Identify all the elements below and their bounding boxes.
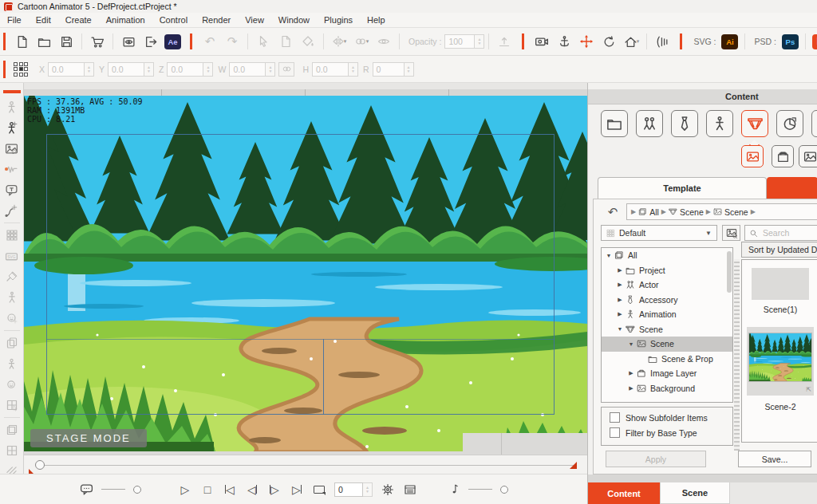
animation-library-button[interactable] — [706, 110, 733, 137]
r-field[interactable]: 0 — [373, 62, 405, 77]
export-button[interactable] — [141, 32, 160, 51]
image-to-video-icon[interactable] — [3, 138, 21, 159]
flipbook-button[interactable] — [653, 32, 672, 51]
timeline-handle[interactable] — [35, 460, 45, 470]
w-field[interactable]: 0.0 — [229, 62, 266, 77]
mocap-actor-icon[interactable] — [3, 287, 21, 308]
volume-slider-track[interactable] — [468, 489, 492, 490]
tree-item-animation[interactable]: ▶Animation — [602, 307, 732, 322]
visibility-button[interactable] — [374, 32, 393, 51]
expand-arrow-icon[interactable]: ▶ — [627, 370, 635, 376]
opacity-field[interactable]: 100 — [444, 34, 475, 49]
pivot-grid-icon[interactable] — [14, 62, 28, 77]
frame-input[interactable] — [334, 482, 363, 497]
content-store-button[interactable] — [88, 32, 107, 51]
face-puppet-icon[interactable] — [3, 374, 21, 395]
volume-slider-handle[interactable] — [500, 486, 508, 494]
menu-edit[interactable]: Edit — [29, 15, 58, 25]
paint-bucket-button[interactable] — [298, 32, 318, 51]
accessory-library-button[interactable] — [671, 110, 698, 137]
caption-slider-handle[interactable] — [133, 486, 141, 494]
expand-arrow-icon[interactable]: ▶ — [616, 297, 624, 303]
next-frame-button[interactable]: ▷ — [267, 481, 282, 498]
anchor-button[interactable] — [555, 32, 574, 51]
gavel-tool-icon[interactable] — [3, 266, 21, 287]
caption-slider-track[interactable] — [101, 489, 125, 490]
menu-render[interactable]: Render — [195, 15, 238, 25]
camera-button[interactable] — [532, 32, 551, 51]
svg-tool-icon[interactable] — [3, 246, 21, 266]
stop-button[interactable]: □ — [200, 481, 215, 498]
select-tool-button[interactable] — [254, 32, 273, 51]
panel-splitter[interactable] — [734, 259, 740, 451]
tab-content[interactable]: Content — [588, 482, 660, 504]
breadcrumb-scene[interactable]: Scene — [680, 207, 704, 217]
scene-image-button[interactable] — [741, 145, 764, 167]
tree-item-scene[interactable]: ▼Scene — [602, 322, 732, 337]
image-search-button[interactable] — [722, 225, 740, 241]
menu-window[interactable]: Window — [271, 15, 317, 25]
filter-base-row[interactable]: Filter by Base Type — [610, 427, 732, 438]
render-queue-button[interactable] — [403, 481, 417, 498]
show-subfolder-checkbox[interactable] — [610, 412, 620, 423]
search-input[interactable] — [761, 227, 809, 238]
dropdown-arrow-icon[interactable]: ▾ — [366, 38, 369, 45]
previous-frame-button[interactable]: ◁ — [245, 481, 259, 498]
y-field[interactable]: 0.0 — [108, 62, 144, 77]
grid-select-icon[interactable] — [3, 395, 21, 415]
flip-button[interactable]: ▾ — [330, 32, 349, 51]
mesh-warp-icon[interactable] — [3, 440, 21, 461]
menu-create[interactable]: Create — [58, 15, 99, 25]
expand-arrow-icon[interactable]: ▼ — [605, 253, 613, 258]
rotate-tool-button[interactable] — [599, 32, 618, 51]
z-spinner[interactable]: ▲▼ — [203, 62, 213, 77]
tree-item-project[interactable]: ▶Project — [602, 263, 732, 278]
more-library-button[interactable] — [811, 110, 817, 137]
face-edit-icon[interactable] — [3, 308, 21, 329]
go-to-start-button[interactable]: ◁ — [223, 481, 237, 498]
breadcrumb-all[interactable]: All — [649, 207, 659, 217]
new-project-button[interactable] — [12, 32, 31, 51]
category-dropdown[interactable]: Default ▼ — [601, 225, 717, 241]
frame-spinner[interactable]: ▲▼ — [363, 482, 373, 497]
copy-tool-button[interactable] — [276, 32, 295, 51]
after-effects-badge[interactable]: Ae — [164, 34, 181, 49]
layer-manager-icon[interactable] — [3, 419, 21, 440]
go-to-end-button[interactable]: ▷ — [290, 481, 304, 498]
stage-selection-rect[interactable] — [46, 134, 555, 415]
playback-settings-button[interactable] — [381, 481, 395, 498]
save-button[interactable]: Save... — [738, 451, 811, 467]
z-field[interactable]: 0.0 — [167, 62, 203, 77]
tree-item-scene-scene[interactable]: ▼Scene — [602, 337, 732, 352]
tab-scene[interactable]: Scene — [660, 482, 730, 504]
expand-arrow-icon[interactable]: ▶ — [616, 267, 624, 274]
menu-help[interactable]: Help — [360, 15, 393, 25]
caption-bubble-button[interactable] — [79, 481, 93, 498]
show-subfolder-row[interactable]: Show Subfolder Items — [610, 412, 732, 423]
opacity-spinner[interactable]: ▲▼ — [475, 34, 484, 49]
actor-plugin-icon[interactable] — [3, 117, 21, 138]
lock-aspect-button[interactable] — [278, 62, 294, 77]
expand-arrow-icon[interactable]: ▶ — [627, 385, 635, 392]
expand-arrow-icon[interactable]: ▶ — [616, 311, 624, 317]
dropdown-arrow-icon[interactable]: ▾ — [344, 38, 347, 45]
tree-scrollbar[interactable] — [727, 251, 732, 293]
grid-tool-icon[interactable] — [3, 225, 21, 246]
loop-button[interactable] — [312, 481, 326, 498]
image-layer-button[interactable] — [772, 145, 794, 167]
render-preview-button[interactable] — [119, 32, 138, 51]
h-field[interactable]: 0.0 — [312, 62, 349, 77]
create-actor-icon[interactable] — [3, 96, 21, 117]
cards-swap-icon[interactable] — [3, 333, 21, 353]
menu-animation[interactable]: Animation — [99, 15, 152, 25]
mini-actor-icon[interactable] — [3, 353, 21, 374]
link-button[interactable]: ▾ — [352, 32, 371, 51]
dropdown-arrow-icon[interactable]: ▾ — [637, 38, 640, 45]
send-to-stage-button[interactable] — [495, 32, 514, 51]
save-project-button[interactable] — [57, 32, 76, 51]
photoshop-badge[interactable]: Ps — [782, 34, 799, 49]
motion-path-icon[interactable] — [3, 200, 21, 221]
actor-library-button[interactable] — [636, 110, 663, 137]
expand-arrow-icon[interactable]: ▼ — [616, 326, 624, 332]
thumbnail-scene1[interactable] — [752, 268, 809, 300]
